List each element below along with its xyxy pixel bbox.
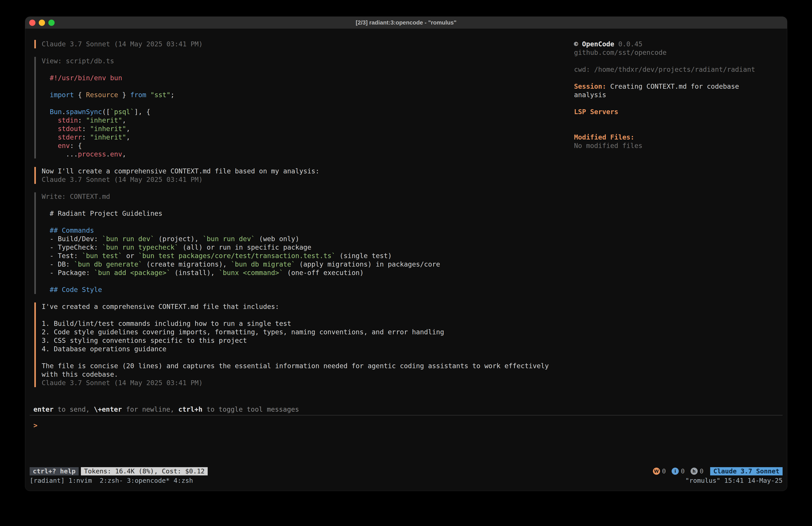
diagnostics-hints: h 0 — [691, 467, 704, 475]
keyboard-hints: enter to send, \+enter for newline, ctrl… — [33, 405, 787, 414]
warning-count: 0 — [662, 467, 666, 475]
tmux-session-windows[interactable]: [radiant] 1:nvim 2:zsh- 3:opencode* 4:zs… — [30, 477, 685, 484]
diagnostics-warnings: W 0 — [653, 467, 666, 475]
minimize-button[interactable] — [39, 19, 45, 26]
window-controls — [25, 19, 55, 26]
zoom-button[interactable] — [48, 19, 55, 26]
warning-icon: W — [653, 468, 660, 475]
hint-icon: h — [691, 468, 698, 475]
session-sidebar: © OpenCode 0.0.45github.com/sst/opencode… — [574, 40, 778, 405]
title-bar: [2/3] radiant:3:opencode - "romulus" — [25, 17, 787, 29]
close-button[interactable] — [29, 19, 35, 26]
status-bar: ctrl+? help Tokens: 16.4K (8%), Cost: $0… — [25, 466, 787, 476]
assistant-message-summary: I've created a comprehensive CONTEXT.md … — [34, 302, 574, 387]
tmux-host-clock: "romulus" 15:41 14-May-25 — [685, 477, 783, 484]
diagnostics-info: i 0 — [672, 467, 684, 475]
tool-view-script-db-ts: View: script/db.ts #!/usr/bin/env bun im… — [34, 57, 574, 158]
assistant-message-intro: Now I'll create a comprehensive CONTEXT.… — [34, 167, 574, 184]
tokens-cost-display: Tokens: 16.4K (8%), Cost: $0.12 — [81, 467, 208, 475]
info-count: 0 — [681, 467, 684, 475]
assistant-message-header: Claude 3.7 Sonnet (14 May 2025 03:41 PM) — [34, 40, 574, 48]
prompt-caret: > — [33, 422, 38, 429]
window-title: [2/3] radiant:3:opencode - "romulus" — [25, 19, 787, 26]
tmux-status-bar: [radiant] 1:nvim 2:zsh- 3:opencode* 4:zs… — [25, 476, 787, 485]
chat-and-sidebar: Claude 3.7 Sonnet (14 May 2025 03:41 PM)… — [25, 40, 787, 405]
terminal-window: [2/3] radiant:3:opencode - "romulus" Cla… — [25, 16, 787, 491]
hint-count: 0 — [700, 467, 704, 475]
chat-column: Claude 3.7 Sonnet (14 May 2025 03:41 PM)… — [25, 40, 574, 405]
help-button[interactable]: ctrl+? help — [30, 467, 79, 475]
message-input[interactable]: > — [25, 415, 787, 466]
terminal-content: Claude 3.7 Sonnet (14 May 2025 03:41 PM)… — [25, 29, 787, 466]
model-selector-badge[interactable]: Claude 3.7 Sonnet — [710, 467, 783, 475]
tool-write-context-md: Write: CONTEXT.md # Radiant Project Guid… — [34, 193, 574, 294]
window-bottom-padding — [25, 485, 787, 491]
info-icon: i — [672, 468, 679, 475]
